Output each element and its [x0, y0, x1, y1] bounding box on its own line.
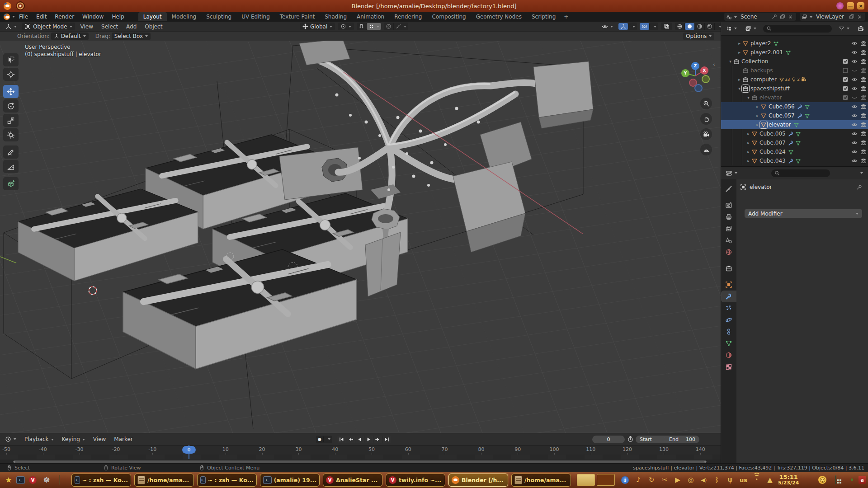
camera-icon[interactable] — [860, 158, 867, 164]
eye-icon[interactable] — [851, 140, 858, 146]
menu-window[interactable]: Window — [78, 14, 108, 20]
snap-settings-dropdown[interactable] — [367, 23, 381, 30]
outliner-row-player2-001[interactable]: ▸player2.001 — [721, 48, 868, 57]
properties-tab-modifiers[interactable] — [721, 291, 736, 302]
zoom-button[interactable] — [700, 98, 712, 109]
gizmo-z-axis[interactable]: Z — [691, 62, 699, 70]
eye-icon[interactable] — [851, 76, 858, 83]
checkbox-icon[interactable] — [842, 58, 849, 65]
properties-search-input[interactable] — [771, 169, 830, 177]
timeline-track-area[interactable] — [0, 455, 721, 460]
gizmo-dropdown[interactable] — [628, 25, 637, 28]
properties-tab-material[interactable] — [721, 349, 736, 361]
expand-arrow[interactable]: ▸ — [745, 159, 751, 163]
timeline-playhead[interactable] — [189, 445, 189, 459]
gizmo-neg-z-axis[interactable] — [694, 84, 703, 92]
workspace-tab-animation[interactable]: Animation — [352, 12, 389, 21]
tray-keyboard-layout[interactable]: us — [740, 477, 747, 483]
camera-icon[interactable] — [860, 85, 867, 92]
tool-add-cube[interactable] — [3, 177, 19, 190]
tool-cursor[interactable] — [3, 68, 19, 81]
outliner-display-mode-dropdown[interactable] — [723, 25, 740, 33]
window-close-button[interactable]: × — [857, 2, 864, 9]
outliner-filter-id-dropdown[interactable] — [742, 25, 759, 33]
tool-annotate[interactable] — [3, 145, 19, 159]
viewport-3d-scene[interactable] — [0, 41, 721, 433]
timeline-menu-marker[interactable]: Marker — [110, 436, 137, 442]
overlays-toggle[interactable] — [640, 23, 650, 30]
camera-icon[interactable] — [860, 58, 867, 65]
tray-smiley[interactable]: ☺ — [818, 476, 826, 484]
breadcrumb-object-name[interactable]: elevator — [750, 184, 772, 190]
properties-tab-world[interactable] — [721, 246, 736, 258]
outliner-row-cube-024[interactable]: ▸Cube.024 — [721, 147, 868, 156]
tray-volume[interactable]: ◀) — [700, 477, 708, 483]
timeline-scroll-handle[interactable] — [13, 460, 707, 463]
proportional-falloff-dropdown[interactable] — [394, 23, 408, 30]
proportional-edit-toggle[interactable] — [384, 23, 394, 30]
new-scene-icon[interactable] — [780, 14, 785, 19]
checkbox-icon[interactable] — [842, 76, 849, 83]
timeline-menu-view[interactable]: View — [89, 436, 110, 442]
expand-arrow[interactable]: ▾ — [745, 95, 751, 100]
gizmo-x-axis[interactable]: X — [700, 66, 708, 75]
expand-arrow[interactable]: ▸ — [755, 122, 760, 127]
camera-icon[interactable] — [860, 149, 867, 155]
shading-rendered-button[interactable] — [705, 23, 715, 30]
tool-measure[interactable] — [3, 160, 19, 173]
keying-set-dropdown[interactable] — [324, 438, 332, 441]
new-collection-button[interactable] — [855, 25, 867, 33]
gizmo-toggle[interactable] — [618, 23, 628, 30]
launcher-media[interactable]: ☸ — [42, 475, 52, 484]
scene-name[interactable]: Scene — [737, 14, 770, 20]
viewport-3d[interactable]: User Perspective (0) spaceshipstuff | el… — [0, 41, 721, 433]
camera-off-icon[interactable] — [860, 94, 867, 101]
properties-tab-physics[interactable] — [721, 314, 736, 326]
xray-toggle[interactable] — [661, 23, 672, 30]
eye-icon[interactable] — [851, 158, 858, 164]
expand-arrow[interactable]: ▸ — [736, 41, 742, 46]
properties-tab-object[interactable] — [721, 279, 736, 291]
task-analiestar[interactable]: VAnalieStar ... — [323, 474, 382, 487]
expand-arrow[interactable]: ▸ — [755, 113, 760, 118]
workspace-tab-layout[interactable]: Layout — [138, 12, 167, 21]
checkbox-empty-icon[interactable] — [842, 67, 849, 74]
camera-icon[interactable] — [860, 140, 867, 146]
camera-icon[interactable] — [860, 113, 867, 119]
gizmo-y-axis[interactable]: Y — [681, 69, 689, 77]
transform-orientation-dropdown[interactable]: Global — [300, 23, 335, 30]
workspace-tab-texture-paint[interactable]: Texture Paint — [275, 12, 320, 21]
task-zsh-ko[interactable]: ›_~ : zsh — Ko... — [197, 474, 257, 487]
new-viewlayer-icon[interactable] — [849, 14, 854, 19]
expand-arrow[interactable]: ▸ — [736, 77, 742, 82]
pager-workspace-1[interactable] — [577, 474, 595, 486]
tray-alert[interactable]: ▲ — [766, 476, 774, 484]
tray-dictionary[interactable]: a — [859, 476, 866, 484]
tray-disc[interactable]: ◎ — [687, 476, 694, 484]
outliner-row-cube-056[interactable]: ▸Cube.056 — [721, 102, 868, 111]
tray-calculator[interactable] — [832, 476, 840, 484]
transport-next-keyframe[interactable] — [373, 436, 382, 443]
tray-scissors[interactable]: ✂ — [661, 476, 668, 484]
tool-move[interactable] — [3, 85, 19, 98]
workspace-tab-item[interactable]: + — [561, 12, 571, 21]
outliner-search-input[interactable] — [763, 25, 832, 33]
menu-render[interactable]: Render — [51, 14, 78, 20]
menu-file[interactable]: File — [15, 14, 32, 20]
timeline-editor-type-button[interactable] — [2, 436, 19, 443]
outliner-row-cube-043[interactable]: ▸Cube.043 — [721, 156, 868, 165]
camera-icon[interactable] — [860, 103, 867, 110]
camera-icon[interactable] — [860, 49, 867, 56]
window-titlebar[interactable]: Blender [/home/amalie/Desktop/blender/fa… — [0, 0, 868, 12]
viewport-menu-object[interactable]: Object — [141, 23, 166, 30]
properties-tab-texture[interactable] — [721, 361, 736, 373]
workspace-tab-scripting[interactable]: Scripting — [527, 12, 561, 21]
tray-usb[interactable]: ψ — [726, 476, 734, 484]
workspace-tab-shading[interactable]: Shading — [320, 12, 352, 21]
sidebar-collapse-arrow[interactable]: ‹ — [713, 61, 715, 68]
pan-button[interactable] — [700, 113, 712, 125]
timeline-menu-keying[interactable]: Keying — [58, 436, 89, 442]
window-minimize-button[interactable]: — — [847, 2, 854, 9]
eye-icon[interactable] — [851, 113, 858, 119]
outliner-row-backups[interactable]: backups — [721, 66, 868, 75]
